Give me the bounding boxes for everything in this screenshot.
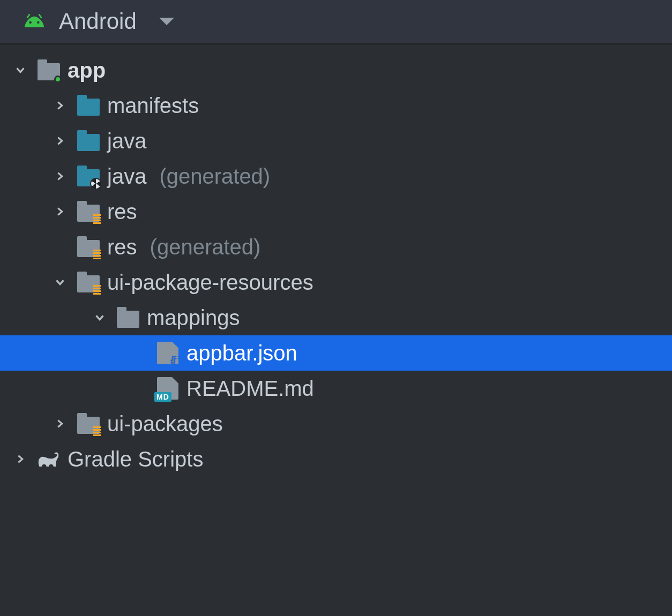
tree-node-java-generated[interactable]: java (generated): [0, 159, 672, 194]
tree-label: Gradle Scripts: [68, 447, 203, 471]
folder-icon: [77, 130, 100, 152]
chevron-right-icon[interactable]: [11, 449, 30, 469]
chevron-down-icon[interactable]: [90, 308, 109, 327]
resources-folder-icon: [77, 271, 100, 294]
resources-folder-icon: [77, 200, 100, 223]
chevron-none: [130, 343, 149, 363]
generated-folder-icon: [77, 165, 100, 187]
tree-label-suffix: (generated): [159, 164, 270, 189]
tree-node-res-generated[interactable]: res (generated): [0, 229, 672, 265]
tree-label: res: [107, 200, 137, 224]
chevron-right-icon[interactable]: [50, 131, 70, 151]
tree-node-ui-packages[interactable]: ui-packages: [0, 406, 672, 441]
tree-label: java: [107, 164, 146, 189]
svg-line-1: [39, 14, 41, 18]
svg-point-4: [51, 456, 53, 459]
caret-down-icon[interactable]: [159, 18, 174, 25]
chevron-right-icon[interactable]: [50, 414, 70, 433]
markdown-file-icon: MD: [156, 377, 179, 400]
gradle-icon: [38, 448, 60, 470]
tree-node-readme-md[interactable]: MD README.md: [0, 371, 672, 406]
tree-label-suffix: (generated): [150, 235, 261, 259]
chevron-right-icon[interactable]: [50, 96, 70, 115]
svg-line-0: [27, 14, 29, 18]
project-view-title: Android: [59, 9, 137, 34]
resources-folder-icon: [77, 412, 100, 435]
tree-label: manifests: [107, 94, 199, 118]
svg-point-2: [29, 21, 32, 24]
tree-label: app: [68, 58, 106, 82]
chevron-down-icon[interactable]: [50, 273, 70, 292]
tree-node-res[interactable]: res: [0, 194, 672, 229]
android-logo-icon: [23, 14, 46, 29]
resources-folder-icon: [77, 236, 100, 258]
folder-icon: [117, 306, 139, 329]
tree-node-java[interactable]: java: [0, 123, 672, 159]
chevron-none: [50, 237, 70, 257]
chevron-right-icon[interactable]: [50, 167, 70, 186]
tree-label: README.md: [186, 377, 314, 401]
tree-node-ui-package-resources[interactable]: ui-package-resources: [0, 265, 672, 300]
tree-label: appbar.json: [186, 341, 297, 365]
json-file-icon: [156, 342, 179, 364]
folder-icon: [77, 94, 100, 117]
tree-label: ui-package-resources: [107, 271, 313, 295]
tree-node-appbar-json[interactable]: appbar.json: [0, 335, 672, 371]
tree-node-mappings[interactable]: mappings: [0, 300, 672, 335]
chevron-right-icon[interactable]: [50, 202, 70, 221]
tree-label: res: [107, 235, 137, 259]
tree-label: ui-packages: [107, 412, 223, 436]
tree-label: java: [107, 129, 146, 153]
tree-label: mappings: [147, 306, 240, 330]
svg-point-3: [37, 21, 40, 24]
tree-node-manifests[interactable]: manifests: [0, 88, 672, 123]
chevron-none: [130, 379, 149, 398]
project-tree[interactable]: app manifests java java (gener: [0, 45, 672, 477]
module-folder-icon: [38, 59, 60, 81]
tree-node-app[interactable]: app: [0, 52, 672, 88]
chevron-down-icon[interactable]: [11, 61, 30, 80]
tree-node-gradle-scripts[interactable]: Gradle Scripts: [0, 441, 672, 477]
project-view-header[interactable]: Android: [0, 0, 672, 45]
